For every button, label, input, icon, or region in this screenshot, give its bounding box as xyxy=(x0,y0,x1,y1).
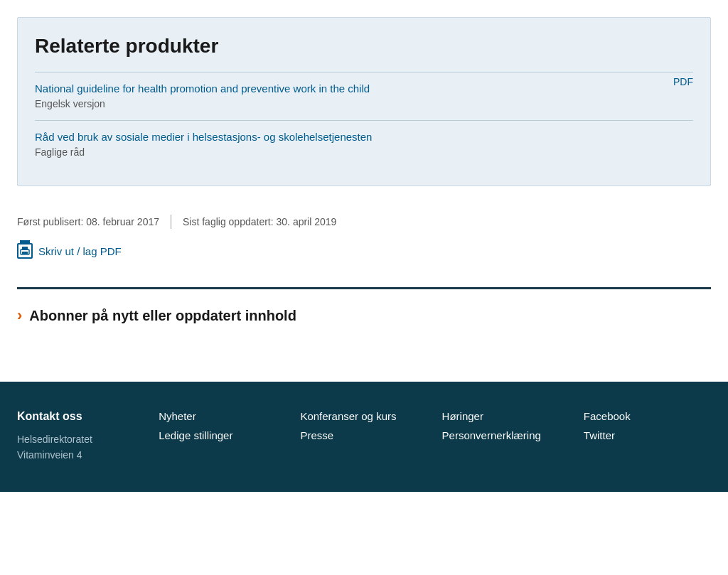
footer-col-legal: Høringer Personvernerklæring xyxy=(442,410,569,463)
publication-divider xyxy=(171,215,171,229)
footer-link-twitter[interactable]: Twitter xyxy=(584,429,711,441)
subscribe-link[interactable]: › Abonner på nytt eller oppdatert innhol… xyxy=(17,306,711,325)
print-button[interactable]: Skriv ut / lag PDF xyxy=(17,243,711,259)
footer-link-presse[interactable]: Presse xyxy=(300,429,427,441)
product-link-1[interactable]: National guideline for health promotion … xyxy=(35,82,693,95)
footer-col-contact: Kontakt oss Helsedirektoratet Vitaminvei… xyxy=(17,410,144,463)
svg-rect-1 xyxy=(22,252,28,254)
subscribe-section: › Abonner på nytt eller oppdatert innhol… xyxy=(0,289,728,382)
first-published-label: Først publisert: 08. februar 2017 xyxy=(17,216,159,227)
footer-col-news: Nyheter Ledige stillinger xyxy=(159,410,286,463)
related-products-section: Relaterte produkter National guideline f… xyxy=(17,17,711,186)
product-pdf-label-1: PDF xyxy=(673,76,693,87)
footer-col-events: Konferanser og kurs Presse xyxy=(300,410,427,463)
footer-link-stillinger[interactable]: Ledige stillinger xyxy=(159,429,286,441)
footer: Kontakt oss Helsedirektoratet Vitaminvei… xyxy=(0,382,728,492)
related-products-title: Relaterte produkter xyxy=(35,35,693,58)
print-label: Skriv ut / lag PDF xyxy=(38,245,122,257)
last-updated-label: Sist faglig oppdatert: 30. april 2019 xyxy=(183,216,336,227)
footer-link-horinger[interactable]: Høringer xyxy=(442,410,569,422)
footer-address-line2: Vitaminveien 4 xyxy=(17,447,144,463)
footer-col-social: Facebook Twitter xyxy=(584,410,711,463)
print-section: Skriv ut / lag PDF xyxy=(0,243,728,287)
footer-link-facebook[interactable]: Facebook xyxy=(584,410,711,422)
footer-address-line1: Helsedirektoratet xyxy=(17,431,144,447)
product-link-2[interactable]: Råd ved bruk av sosiale medier i helsest… xyxy=(35,131,693,143)
product-subtitle-1: Engelsk versjon xyxy=(35,98,105,109)
footer-contact-link[interactable]: Kontakt oss xyxy=(17,410,82,422)
chevron-right-icon: › xyxy=(17,306,22,325)
svg-rect-2 xyxy=(22,247,28,250)
footer-link-nyheter[interactable]: Nyheter xyxy=(159,410,286,422)
subscribe-label: Abonner på nytt eller oppdatert innhold xyxy=(29,308,296,324)
product-subtitle-2: Faglige råd xyxy=(35,146,85,158)
publication-info: Først publisert: 08. februar 2017 Sist f… xyxy=(0,215,728,229)
footer-address: Helsedirektoratet Vitaminveien 4 xyxy=(17,431,144,463)
product-item-2: Råd ved bruk av sosiale medier i helsest… xyxy=(35,120,693,168)
footer-link-konferanser[interactable]: Konferanser og kurs xyxy=(300,410,427,422)
print-icon xyxy=(17,243,33,259)
footer-grid: Kontakt oss Helsedirektoratet Vitaminvei… xyxy=(17,410,711,463)
footer-link-personvern[interactable]: Personvernerklæring xyxy=(442,429,569,441)
product-item-1: National guideline for health promotion … xyxy=(35,72,693,120)
footer-contact-title: Kontakt oss xyxy=(17,410,144,423)
